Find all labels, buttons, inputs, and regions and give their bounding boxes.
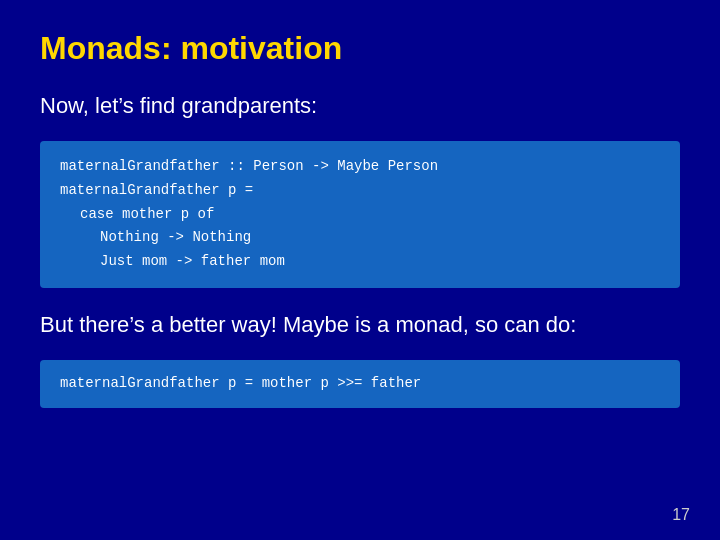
code-block-1: maternalGrandfather :: Person -> Maybe P…	[40, 141, 680, 288]
code-line-6: maternalGrandfather p = mother p >>= fat…	[60, 372, 660, 396]
slide-title: Monads: motivation	[40, 30, 680, 67]
code-line-1: maternalGrandfather :: Person -> Maybe P…	[60, 155, 660, 179]
code-line-5: Just mom -> father mom	[60, 250, 660, 274]
slide-number: 17	[672, 506, 690, 524]
code-line-2: maternalGrandfather p =	[60, 179, 660, 203]
slide-subtitle: Now, let’s find grandparents:	[40, 93, 680, 119]
slide-container: Monads: motivation Now, let’s find grand…	[0, 0, 720, 540]
code-line-4: Nothing -> Nothing	[60, 226, 660, 250]
code-block-2: maternalGrandfather p = mother p >>= fat…	[40, 360, 680, 408]
code-line-3: case mother p of	[60, 203, 660, 227]
slide-description: But there’s a better way! Maybe is a mon…	[40, 312, 680, 338]
